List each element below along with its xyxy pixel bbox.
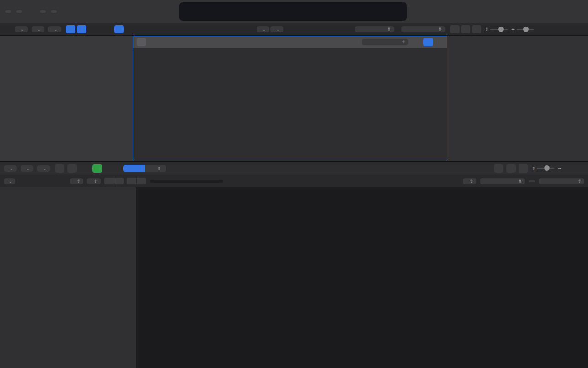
pad-set-a-icon[interactable]	[81, 164, 91, 173]
step-onoff-button[interactable]	[123, 165, 145, 172]
step-sequencer-row-headers	[0, 187, 136, 368]
step-sequencer-subtoolbar: ⌄ ⇕ ⇕ ⇕ ⇕ ⇕	[0, 175, 588, 188]
drumsticks-icon[interactable]	[107, 164, 116, 173]
root-key-stepper[interactable]: ⇕	[463, 178, 476, 184]
lcd-display[interactable]	[179, 2, 407, 21]
view-toggle-group	[5, 10, 11, 13]
add-row-button[interactable]: ⌄	[4, 178, 15, 184]
vertical-zoom-icon[interactable]	[461, 25, 470, 33]
copy-icon[interactable]	[55, 164, 64, 173]
edit-menu[interactable]: ⌄	[15, 26, 28, 32]
step-rate-stepper[interactable]: ⇕	[70, 178, 84, 184]
rotate-right-button[interactable]	[114, 178, 124, 184]
increment-button[interactable]	[137, 178, 146, 184]
pattern-rotate-buttons	[104, 178, 124, 184]
playback-direction-stepper[interactable]: ⇕	[87, 178, 101, 184]
step-sequencer-toolbar: ⌄ ⌄ ⌄ ⇕ ⇕ ↔	[0, 161, 588, 175]
pattern-length-dropdown[interactable]: ⇕	[539, 178, 584, 184]
edit-mode-switch: ⇕	[123, 165, 166, 172]
seq-hzoom-icon[interactable]: ↔	[558, 166, 561, 171]
vertical-zoom-slider[interactable]: ⇕	[485, 27, 508, 32]
live-loops-header: ⇕	[133, 36, 447, 48]
row-trigger-column	[435, 48, 445, 161]
automation-icon[interactable]	[91, 25, 101, 33]
pattern-name-field[interactable]	[150, 180, 223, 183]
decrement-button[interactable]	[127, 178, 136, 184]
scale-dropdown[interactable]: ⇕	[480, 178, 525, 184]
ibeam-tool[interactable]: ⌄	[270, 26, 283, 32]
quantize-button[interactable]	[529, 180, 535, 182]
rotate-left-button[interactable]	[104, 178, 114, 184]
pane-narrow-icon[interactable]	[563, 164, 572, 173]
horizontal-zoom-slider[interactable]: ↔	[511, 27, 534, 32]
tuner-solo-group	[40, 10, 46, 13]
edit-mode-dropdown[interactable]: ⇕	[145, 165, 166, 172]
seq-vertical-zoom-icon[interactable]	[519, 164, 528, 173]
expand-cells-button[interactable]	[423, 38, 433, 46]
arrange-area	[447, 36, 588, 161]
pattern-cell-icon[interactable]	[137, 38, 146, 46]
waveform-zoom-icon[interactable]	[450, 25, 460, 33]
pane-wide-icon[interactable]	[574, 164, 583, 173]
pad-set-b-icon[interactable]	[92, 164, 102, 173]
horizontal-zoom-icon[interactable]	[472, 25, 481, 33]
tracks-view-button[interactable]	[77, 25, 86, 33]
countin-metronome-group	[51, 10, 57, 13]
seq-functions-menu[interactable]: ⌄	[21, 165, 34, 172]
control-bar	[0, 0, 588, 23]
preview-speaker-icon[interactable]	[506, 164, 516, 173]
snap-dropdown[interactable]: ⇕	[352, 26, 394, 32]
split-junction-button[interactable]	[114, 25, 124, 33]
up-arrow-icon[interactable]	[1, 25, 11, 33]
marquee-icon[interactable]	[102, 25, 112, 33]
pointer-tool[interactable]: ⌄	[257, 26, 270, 32]
logic-pro-window: ⌄ ⌄ ⌄ ⌄ ⌄ ⇕ ⇕ ⇕ ↔ ⇕	[0, 0, 588, 368]
seq-edit-menu[interactable]: ⌄	[4, 165, 17, 172]
panel-toggle-group	[16, 10, 22, 13]
seq-view-menu[interactable]: ⌄	[37, 165, 50, 172]
step-sequencer-grid	[136, 187, 588, 368]
catch-playhead-toggle[interactable]	[494, 164, 503, 173]
contrast-icon[interactable]	[412, 38, 422, 46]
track-list	[0, 36, 133, 161]
live-loops-grid: ⇕	[133, 36, 447, 161]
divider-icon[interactable]	[436, 38, 446, 46]
live-loops-grid-button[interactable]	[66, 25, 75, 33]
seq-zoom-slider[interactable]: ⇕	[532, 166, 555, 171]
pattern-transpose-buttons	[127, 178, 146, 184]
tracks-toolbar: ⌄ ⌄ ⌄ ⌄ ⌄ ⇕ ⇕ ⇕ ↔	[0, 23, 588, 36]
info-circle-icon[interactable]	[67, 164, 77, 173]
functions-menu[interactable]: ⌄	[32, 26, 45, 32]
view-menu[interactable]: ⌄	[48, 26, 61, 32]
quantize-start-dropdown[interactable]: ⇕	[362, 39, 408, 45]
drag-dropdown[interactable]: ⇕	[399, 26, 445, 32]
